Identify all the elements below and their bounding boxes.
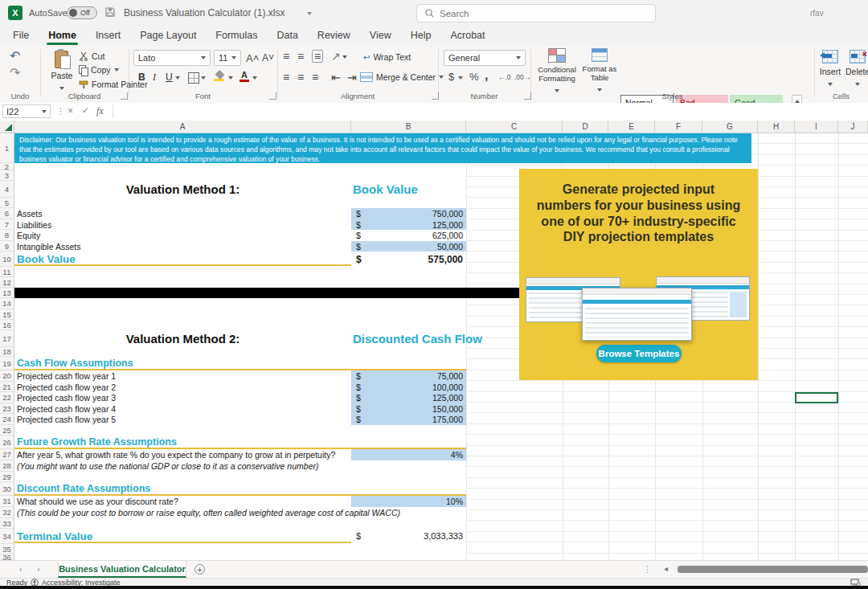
align-left-icon[interactable]: ≡ [283,72,289,83]
row-header-19[interactable]: 19 [0,357,14,370]
decrease-decimal-icon[interactable]: .00→ [514,73,530,81]
paste-button[interactable]: Paste [48,50,76,95]
decrease-font-size-icon[interactable]: A˅ [262,52,274,63]
clipboard-dialog-launcher-icon[interactable] [121,92,128,100]
next-sheet-icon[interactable]: › [37,564,40,574]
column-header-C[interactable]: C [466,121,563,133]
method1-title[interactable]: Valuation Method 1: [14,181,351,198]
bold-button[interactable]: B [138,72,145,83]
discount-heading[interactable]: Discount Rate Assumptions [17,482,150,495]
row-header-6[interactable]: 6 [0,208,14,219]
method2-subtitle[interactable]: Discounted Cash Flow [353,330,482,347]
horizontal-scrollbar-thumb[interactable] [678,566,868,573]
currency-dropdown-icon[interactable] [458,76,463,80]
row-header-20[interactable]: 20 [0,370,14,382]
autosave-toggle[interactable]: Off [67,6,97,19]
row-header-28[interactable]: 28 [0,460,14,472]
row-header-12[interactable]: 12 [0,277,14,288]
underline-button[interactable]: U [166,72,173,83]
growth-rate-cell[interactable]: 4% [351,449,466,460]
ribbon-tab-file[interactable]: File [3,27,39,45]
assets-label[interactable]: Assets [17,208,43,219]
conditional-formatting-button[interactable]: Conditional Formatting [534,48,580,97]
row-header-17[interactable]: 17 [0,330,14,347]
row-header-24[interactable]: 24 [0,414,14,425]
column-header-F[interactable]: F [655,121,702,133]
cancel-formula-icon[interactable]: × [68,105,73,117]
title-dropdown-icon[interactable] [307,12,312,15]
decrease-indent-icon[interactable]: ⇤ [331,72,341,83]
row-header-34[interactable]: 34 [0,529,14,544]
terminal-value-cell[interactable]: $3,033,333 [351,529,466,543]
delete-cells-button[interactable]: × Delete [845,50,868,91]
search-box[interactable]: Search [416,4,656,22]
row-header-33[interactable]: 33 [0,518,14,529]
cashflow-year5-label[interactable]: Projected cash flow year 5 [17,414,116,425]
assets-value-cell[interactable]: $750,000 [351,208,466,219]
intangible-assets-value-cell[interactable]: $50,000 [351,241,466,252]
ribbon-tab-home[interactable]: Home [39,27,86,45]
prev-sheet-icon[interactable]: ‹ [19,564,23,574]
growth-heading[interactable]: Future Growth Rate Assumptions [17,436,177,448]
column-header-H[interactable]: H [758,121,795,133]
fill-color-dropdown-icon[interactable] [228,76,233,80]
align-right-icon[interactable]: ≡ [312,72,318,83]
row-header-15[interactable]: 15 [0,309,14,320]
add-sheet-icon[interactable]: + [194,564,205,575]
browse-templates-button[interactable]: Browse Templates [596,345,682,362]
row-header-27[interactable]: 27 [0,449,14,460]
ribbon-tab-review[interactable]: Review [308,27,360,45]
ribbon-tab-help[interactable]: Help [401,27,441,45]
tab-scrollbar-splitter-icon[interactable]: ⋮ [643,564,652,575]
row-header-31[interactable]: 31 [0,496,14,507]
insert-function-icon[interactable]: fx [96,105,104,117]
row-header-2[interactable]: 2 [0,163,14,170]
discount-rate-cell[interactable]: 10% [351,496,466,507]
row-header-7[interactable]: 7 [0,219,14,230]
row-header-16[interactable]: 16 [0,320,14,330]
row-header-36[interactable]: 36 [0,554,14,560]
cashflow-year3-label[interactable]: Projected cash flow year 3 [17,392,116,403]
column-header-A[interactable]: A [14,121,351,133]
liabilities-value-cell[interactable]: $125,000 [351,219,466,230]
cashflow-year3-cell[interactable]: $125,000 [351,392,466,403]
discount-note[interactable]: (This could be your cost to borrow or ra… [17,507,400,518]
borders-dropdown-icon[interactable] [201,76,206,80]
namebox-splitter-icon[interactable]: ⋮ [56,106,65,117]
cashflow-heading[interactable]: Cash Flow Assumptions [17,357,133,370]
sheet-tab-business-valuation-calculator[interactable]: Business Valuation Calculator [58,561,186,578]
row-header-3[interactable]: 3 [0,170,14,181]
percent-format-icon[interactable]: % [469,71,479,83]
font-color-button[interactable]: A [240,71,249,82]
font-color-dropdown-icon[interactable] [252,76,257,80]
column-header-G[interactable]: G [702,121,758,133]
row-header-13[interactable]: 13 [0,288,14,298]
align-center-icon[interactable]: ≡ [297,72,304,83]
scrollbar-left-arrow-icon[interactable]: ◂ [664,564,668,573]
font-size-select[interactable]: 11 [214,50,241,66]
column-header-E[interactable]: E [608,121,655,133]
font-dialog-launcher-icon[interactable] [269,92,276,100]
row-header-9[interactable]: 9 [0,241,14,252]
orientation-icon[interactable]: ↗ [331,51,341,62]
column-header-D[interactable]: D [563,121,608,133]
row-header-8[interactable]: 8 [0,230,14,241]
book-value-total-cell[interactable]: $575,000 [351,252,466,267]
cashflow-year4-cell[interactable]: $150,000 [351,403,466,414]
fill-color-button[interactable] [214,72,225,81]
row-header-10[interactable]: 10 [0,252,14,267]
liabilities-label[interactable]: Liabilities [17,219,51,230]
redo-icon[interactable]: ↷ [10,67,20,80]
row-header-1[interactable]: 1 [0,133,14,163]
increase-decimal-icon[interactable]: ←.0 [498,73,511,81]
selected-cell-i22[interactable] [795,392,838,403]
copy-button[interactable]: Copy [79,65,119,75]
increase-indent-icon[interactable]: ⇥ [347,72,357,83]
ribbon-tab-view[interactable]: View [360,27,401,45]
column-header-I[interactable]: I [795,121,838,133]
number-format-select[interactable]: General [444,50,526,66]
underline-dropdown-icon[interactable] [175,76,180,80]
column-header-B[interactable]: B [351,121,466,133]
cashflow-year1-cell[interactable]: $75,000 [351,370,466,382]
row-header-14[interactable]: 14 [0,298,14,309]
